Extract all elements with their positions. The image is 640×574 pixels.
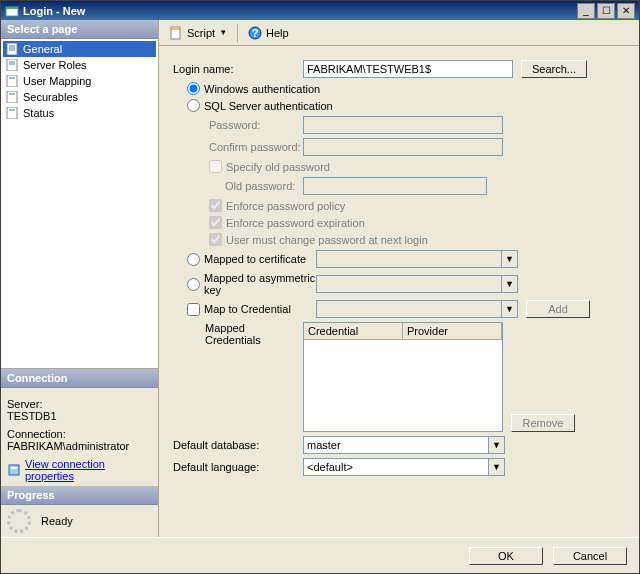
page-icon — [5, 42, 19, 56]
help-label: Help — [266, 27, 289, 39]
provider-column-header: Provider — [403, 323, 502, 339]
certificate-combo — [316, 250, 502, 268]
sql-auth-label: SQL Server authentication — [204, 100, 333, 112]
must-change-label: User must change password at next login — [226, 234, 428, 246]
progress-spinner-icon — [7, 509, 31, 533]
left-pane: Select a page General Server Roles User … — [1, 20, 159, 537]
svg-rect-1 — [6, 7, 18, 9]
password-input — [303, 116, 503, 134]
dropdown-icon: ▼ — [219, 28, 227, 37]
default-language-combo[interactable] — [303, 458, 489, 476]
svg-rect-15 — [9, 465, 19, 475]
confirm-password-label: Confirm password: — [173, 141, 303, 153]
page-list: General Server Roles User Mapping Secura… — [1, 39, 158, 369]
toolbar: Script ▼ ? Help — [159, 20, 639, 46]
right-pane: Script ▼ ? Help Login name: Search... — [159, 20, 639, 537]
form-area: Login name: Search... Windows authentica… — [159, 46, 639, 537]
mapped-certificate-label: Mapped to certificate — [204, 253, 316, 265]
close-button[interactable]: ✕ — [617, 3, 635, 19]
page-label: Securables — [23, 91, 78, 103]
dropdown-icon[interactable]: ▼ — [489, 436, 505, 454]
script-label: Script — [187, 27, 215, 39]
add-button: Add — [526, 300, 590, 318]
mapped-asym-key-label: Mapped to asymmetric key — [204, 272, 316, 296]
windows-auth-radio[interactable] — [187, 82, 200, 95]
progress-header: Progress — [1, 486, 158, 505]
page-label: General — [23, 43, 62, 55]
login-new-window: Login - New _ ☐ ✕ Select a page General … — [0, 0, 640, 574]
old-password-input — [303, 177, 487, 195]
progress-status: Ready — [41, 515, 73, 527]
page-item-user-mapping[interactable]: User Mapping — [3, 73, 156, 89]
ok-label: OK — [498, 550, 514, 562]
login-name-input[interactable] — [303, 60, 513, 78]
search-label: Search... — [532, 63, 576, 75]
app-icon — [5, 4, 19, 18]
login-name-label: Login name: — [173, 63, 303, 75]
page-label: User Mapping — [23, 75, 91, 87]
credential-combo — [316, 300, 502, 318]
dropdown-icon[interactable]: ▼ — [489, 458, 505, 476]
mapped-asym-key-radio[interactable] — [187, 278, 200, 291]
credential-column-header: Credential — [304, 323, 403, 339]
page-icon — [5, 58, 19, 72]
server-value: TESTDB1 — [7, 410, 152, 422]
remove-button: Remove — [511, 414, 575, 432]
svg-rect-9 — [7, 75, 17, 87]
page-item-server-roles[interactable]: Server Roles — [3, 57, 156, 73]
mapped-credentials-table: Credential Provider — [303, 322, 503, 432]
mapped-credentials-label: Mapped Credentials — [173, 322, 303, 346]
search-button[interactable]: Search... — [521, 60, 587, 78]
remove-label: Remove — [523, 417, 564, 429]
password-label: Password: — [173, 119, 303, 131]
select-page-header: Select a page — [1, 20, 158, 39]
page-label: Server Roles — [23, 59, 87, 71]
server-label: Server: — [7, 398, 152, 410]
dropdown-icon: ▼ — [502, 250, 518, 268]
svg-rect-13 — [7, 107, 17, 119]
cancel-button[interactable]: Cancel — [553, 547, 627, 565]
svg-rect-16 — [11, 467, 17, 469]
cancel-label: Cancel — [573, 550, 607, 562]
page-icon — [5, 90, 19, 104]
minimize-button[interactable]: _ — [577, 3, 595, 19]
map-credential-label: Map to Credential — [204, 303, 316, 315]
svg-text:?: ? — [252, 27, 259, 39]
maximize-button[interactable]: ☐ — [597, 3, 615, 19]
connection-value: FABRIKAM\administrator — [7, 440, 152, 452]
enforce-expiration-label: Enforce password expiration — [226, 217, 365, 229]
page-label: Status — [23, 107, 54, 119]
connection-label: Connection: — [7, 428, 152, 440]
dropdown-icon: ▼ — [502, 300, 518, 318]
default-database-label: Default database: — [173, 439, 303, 451]
default-database-combo[interactable] — [303, 436, 489, 454]
svg-rect-2 — [7, 43, 17, 55]
page-item-status[interactable]: Status — [3, 105, 156, 121]
default-language-label: Default language: — [173, 461, 303, 473]
help-icon: ? — [248, 26, 262, 40]
enforce-policy-label: Enforce password policy — [226, 200, 345, 212]
script-icon — [169, 26, 183, 40]
view-connection-properties-link[interactable]: View connection properties — [25, 458, 152, 482]
map-credential-checkbox[interactable] — [187, 303, 200, 316]
script-button[interactable]: Script ▼ — [165, 24, 231, 42]
confirm-password-input — [303, 138, 503, 156]
help-button[interactable]: ? Help — [244, 24, 293, 42]
page-item-securables[interactable]: Securables — [3, 89, 156, 105]
dropdown-icon: ▼ — [502, 275, 518, 293]
ok-button[interactable]: OK — [469, 547, 543, 565]
svg-rect-6 — [7, 59, 17, 71]
windows-auth-label: Windows authentication — [204, 83, 320, 95]
page-item-general[interactable]: General — [3, 41, 156, 57]
svg-rect-11 — [7, 91, 17, 103]
mapped-certificate-radio[interactable] — [187, 253, 200, 266]
window-title: Login - New — [19, 5, 575, 17]
connection-header: Connection — [1, 369, 158, 388]
page-icon — [5, 74, 19, 88]
connection-props-icon — [7, 463, 21, 477]
dialog-footer: OK Cancel — [1, 537, 639, 573]
sql-auth-radio[interactable] — [187, 99, 200, 112]
enforce-policy-checkbox — [209, 199, 222, 212]
progress-panel: Ready — [1, 505, 158, 537]
toolbar-separator — [237, 24, 238, 42]
